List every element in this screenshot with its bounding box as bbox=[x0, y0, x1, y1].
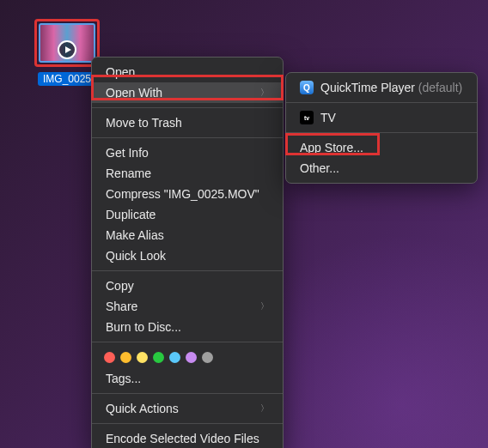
menu-label: Share bbox=[106, 300, 137, 313]
menu-share[interactable]: Share 〉 bbox=[92, 296, 283, 317]
tag-color-dot[interactable] bbox=[120, 352, 131, 363]
menu-move-to-trash[interactable]: Move to Trash bbox=[92, 112, 283, 133]
chevron-right-icon: 〉 bbox=[260, 403, 269, 415]
menu-label: Tags... bbox=[106, 372, 141, 385]
file-thumbnail-highlight bbox=[34, 19, 100, 67]
tag-color-dot[interactable] bbox=[202, 352, 213, 363]
menu-rename[interactable]: Rename bbox=[92, 163, 283, 184]
quicktime-icon bbox=[300, 81, 314, 94]
video-thumbnail[interactable] bbox=[39, 23, 95, 63]
menu-copy[interactable]: Copy bbox=[92, 275, 283, 296]
file-name-label[interactable]: IMG_0025 bbox=[38, 72, 96, 86]
menu-quick-look[interactable]: Quick Look bbox=[92, 245, 283, 266]
menu-separator bbox=[92, 423, 283, 424]
menu-label: Rename bbox=[106, 166, 151, 180]
menu-quick-actions[interactable]: Quick Actions 〉 bbox=[92, 398, 283, 419]
menu-duplicate[interactable]: Duplicate bbox=[92, 204, 283, 225]
menu-separator bbox=[92, 342, 283, 342]
tag-color-dot[interactable] bbox=[137, 352, 148, 363]
context-menu: Open Open With 〉 Move to Trash Get Info … bbox=[91, 57, 284, 448]
tag-color-dot[interactable] bbox=[153, 352, 164, 363]
tv-app-icon bbox=[300, 111, 314, 124]
menu-label: Compress "IMG_0025.MOV" bbox=[106, 187, 259, 201]
play-icon bbox=[58, 40, 76, 59]
menu-label: Encode Selected Video Files bbox=[106, 432, 259, 445]
menu-separator bbox=[92, 393, 283, 394]
desktop-file[interactable]: IMG_0025 bbox=[34, 19, 100, 88]
menu-compress[interactable]: Compress "IMG_0025.MOV" bbox=[92, 184, 283, 204]
menu-label: Move to Trash bbox=[106, 116, 182, 130]
menu-label: Quick Look bbox=[106, 249, 166, 263]
app-label: TV bbox=[320, 111, 336, 124]
menu-label: Burn to Disc... bbox=[106, 320, 181, 334]
tag-color-dot[interactable] bbox=[186, 352, 197, 363]
menu-label: Make Alias bbox=[106, 228, 164, 242]
chevron-right-icon: 〉 bbox=[260, 87, 269, 99]
submenu-other[interactable]: Other... bbox=[286, 158, 477, 179]
menu-get-info[interactable]: Get Info bbox=[92, 142, 283, 163]
menu-separator bbox=[92, 107, 283, 108]
submenu-quicktime[interactable]: QuickTime Player (default) bbox=[286, 77, 477, 98]
submenu-tv[interactable]: TV bbox=[286, 107, 477, 128]
default-suffix: (default) bbox=[418, 81, 462, 94]
menu-separator bbox=[286, 102, 477, 103]
menu-open-with[interactable]: Open With 〉 bbox=[92, 82, 283, 103]
menu-label: Duplicate bbox=[106, 208, 156, 221]
menu-label: Open With bbox=[106, 86, 162, 100]
menu-make-alias[interactable]: Make Alias bbox=[92, 225, 283, 245]
open-with-submenu: QuickTime Player (default) TV App Store.… bbox=[285, 72, 478, 184]
menu-label: Get Info bbox=[106, 146, 149, 160]
chevron-right-icon: 〉 bbox=[260, 300, 269, 312]
submenu-app-store[interactable]: App Store... bbox=[286, 137, 477, 158]
tag-color-row bbox=[92, 347, 283, 368]
menu-label: Copy bbox=[106, 279, 134, 293]
menu-label: Quick Actions bbox=[106, 402, 179, 415]
menu-label: Other... bbox=[300, 161, 339, 175]
menu-open[interactable]: Open bbox=[92, 62, 283, 82]
menu-burn-to-disc[interactable]: Burn to Disc... bbox=[92, 317, 283, 337]
menu-separator bbox=[92, 137, 283, 138]
menu-separator bbox=[92, 270, 283, 271]
menu-separator bbox=[286, 132, 477, 133]
menu-encode-video[interactable]: Encode Selected Video Files bbox=[92, 428, 283, 448]
app-label: QuickTime Player bbox=[320, 81, 415, 94]
menu-label: Open bbox=[106, 65, 135, 79]
menu-tags[interactable]: Tags... bbox=[92, 368, 283, 389]
menu-label: App Store... bbox=[300, 141, 363, 154]
tag-color-dot[interactable] bbox=[169, 352, 180, 363]
tag-color-dot[interactable] bbox=[104, 352, 115, 363]
